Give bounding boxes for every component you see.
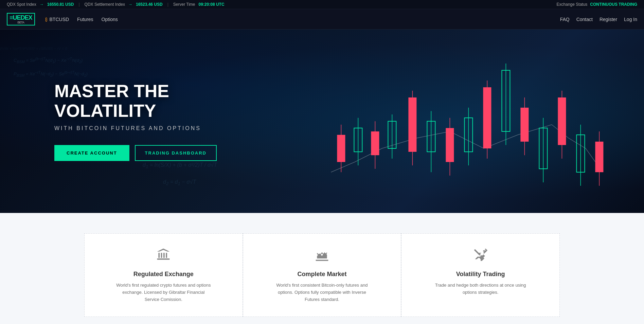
navbar-left: ≡UEDEX BETA ₿ BTCUSD Futures Options	[7, 13, 118, 25]
feature-desc-market: World's first consistent Bitcoin-only fu…	[274, 282, 370, 303]
nav-links: ₿ BTCUSD Futures Options	[45, 17, 118, 22]
logo-icon: ≡	[10, 14, 13, 21]
feature-desc-regulated: World's first regulated crypto futures a…	[116, 282, 211, 303]
hero-content: MASTER THE VOLATILITY WITH BITCOIN FUTUR…	[0, 82, 238, 161]
nav-contact[interactable]: Contact	[576, 17, 593, 22]
candle-15	[595, 142, 604, 172]
qdx-settlement-label: QDX Settlement Index	[85, 2, 125, 7]
logo-box: ≡UEDEX BETA	[7, 13, 35, 25]
nav-login[interactable]: Log In	[624, 17, 637, 22]
feature-desc-volatility: Trade and hedge both directions at once …	[433, 282, 528, 296]
candle-5	[409, 97, 417, 152]
candle-3	[371, 131, 379, 155]
continuous-trading-badge: CONTINUOUS TRADING	[590, 2, 637, 7]
create-account-button[interactable]: CREATE ACCOUNT	[54, 145, 129, 161]
trading-dashboard-button[interactable]: TRADING DASHBOARD	[135, 145, 217, 161]
qdx-spot-label: QDX Spot Index	[7, 2, 36, 7]
qdx-spot-value: 16550.81 USD	[47, 2, 74, 7]
feature-title-regulated: Regulated Exchange	[105, 271, 222, 278]
feature-card-regulated: Regulated Exchange World's first regulat…	[84, 233, 243, 317]
chart-icon	[264, 247, 381, 265]
qdx-spot-arrow: →	[40, 2, 44, 7]
exchange-status-label: Exchange Status	[557, 2, 588, 7]
shuffle-icon	[422, 247, 539, 265]
top-bar-left: QDX Spot Index → 16550.81 USD | QDX Sett…	[7, 2, 225, 7]
navbar-right: FAQ Contact Register Log In	[560, 17, 637, 22]
qdx-settlement-arrow: →	[128, 2, 132, 7]
separator-2: |	[167, 2, 168, 7]
nav-faq[interactable]: FAQ	[560, 17, 570, 22]
logo-beta: BETA	[10, 21, 32, 24]
features-grid: Regulated Exchange World's first regulat…	[84, 233, 560, 317]
candle-1	[337, 135, 345, 162]
nav-options[interactable]: Options	[102, 17, 118, 22]
server-time-label: Server Time	[173, 2, 195, 7]
feature-title-volatility: Volatility Trading	[422, 271, 539, 278]
server-time-value: 09:20:08 UTC	[199, 2, 225, 7]
candle-7	[446, 128, 454, 162]
nav-btcusd[interactable]: ₿ BTCUSD	[45, 17, 69, 22]
separator-1: |	[78, 2, 79, 7]
nav-register[interactable]: Register	[600, 17, 617, 22]
candle-13	[558, 97, 566, 145]
top-bar: QDX Spot Index → 16550.81 USD | QDX Sett…	[0, 0, 644, 9]
nav-futures[interactable]: Futures	[77, 17, 93, 22]
feature-card-market: Complete Market World's first consistent…	[243, 233, 401, 317]
feature-card-volatility: Volatility Trading Trade and hedge both …	[401, 233, 560, 317]
candlestick-svg	[290, 30, 644, 213]
btc-icon: ₿	[45, 17, 48, 22]
navbar: ≡UEDEX BETA ₿ BTCUSD Futures Options FAQ…	[0, 9, 644, 30]
hero-section: CBSM = Se(b−r)TN(d1) − Xe−rTN(d2) PBSM =…	[0, 30, 644, 213]
features-section: Regulated Exchange World's first regulat…	[0, 213, 644, 324]
logo[interactable]: ≡UEDEX BETA	[7, 13, 35, 25]
feature-title-market: Complete Market	[264, 271, 381, 278]
top-bar-right: Exchange Status CONTINUOUS TRADING	[557, 2, 637, 7]
hero-subtitle: WITH BITCOIN FUTURES AND OPTIONS	[54, 125, 238, 131]
hero-chart	[290, 30, 644, 213]
bank-icon	[105, 247, 222, 265]
qdx-settlement-value: 16523.46 USD	[136, 2, 163, 7]
candle-9	[483, 87, 491, 148]
hero-buttons: CREATE ACCOUNT TRADING DASHBOARD	[54, 145, 238, 161]
hero-title: MASTER THE VOLATILITY	[54, 82, 238, 120]
candle-11	[521, 108, 529, 142]
